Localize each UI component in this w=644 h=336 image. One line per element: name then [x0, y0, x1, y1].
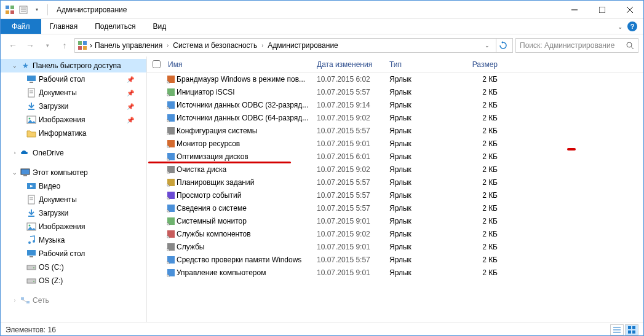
column-type[interactable]: Тип: [389, 60, 463, 69]
navigation-bar: ← → ▾ ↑ › Панель управления› Система и б…: [1, 34, 643, 57]
back-button[interactable]: ←: [6, 38, 20, 53]
file-row[interactable]: Конфигурация системы10.07.2015 5:57Ярлык…: [147, 124, 643, 137]
svg-rect-27: [23, 175, 27, 176]
tab-share[interactable]: Поделиться: [86, 19, 144, 34]
file-name: Конфигурация системы: [177, 127, 317, 135]
sidebar-item-folder[interactable]: Информатика: [1, 127, 146, 140]
file-row[interactable]: Системный монитор10.07.2015 9:01Ярлык2 К…: [147, 214, 643, 227]
column-size[interactable]: Размер: [463, 60, 504, 69]
sidebar-item-drive[interactable]: OS (C:): [1, 260, 146, 274]
file-row[interactable]: Планировщик заданий10.07.2015 5:57Ярлык2…: [147, 176, 643, 189]
file-date: 10.07.2015 9:14: [317, 101, 389, 109]
recent-dropdown-icon[interactable]: ▾: [40, 38, 55, 53]
address-dropdown-icon[interactable]: ⌄: [481, 42, 493, 49]
close-button[interactable]: [616, 1, 643, 18]
expand-icon[interactable]: ⌄: [12, 63, 18, 69]
address-bar[interactable]: › Панель управления› Система и безопасно…: [74, 38, 513, 53]
sidebar-this-pc[interactable]: ⌄ Этот компьютер: [1, 166, 146, 179]
pin-icon: 📌: [127, 117, 134, 123]
file-type: Ярлык: [389, 139, 463, 148]
maximize-button[interactable]: [588, 1, 616, 18]
music-icon: [26, 235, 36, 245]
sidebar-item-download[interactable]: Загрузки: [1, 206, 146, 220]
column-name[interactable]: Имя: [165, 60, 317, 69]
tab-view[interactable]: Вид: [144, 19, 175, 34]
file-row[interactable]: Средство проверки памяти Windows10.07.20…: [147, 253, 643, 266]
select-all-checkbox[interactable]: [147, 60, 165, 68]
quick-access-toolbar: ▾: [1, 4, 54, 15]
file-row[interactable]: Управление компьютером10.07.2015 9:01Ярл…: [147, 266, 643, 279]
file-size: 2 КБ: [463, 256, 504, 264]
shortcut-icon: [165, 255, 177, 265]
sidebar-item-pictures[interactable]: Изображения: [1, 220, 146, 233]
file-date: 10.07.2015 9:02: [317, 230, 389, 238]
file-row[interactable]: Сведения о системе10.07.2015 5:57Ярлык2 …: [147, 201, 643, 214]
file-row[interactable]: Очистка диска10.07.2015 9:02Ярлык2 КБ: [147, 163, 643, 176]
svg-rect-38: [30, 256, 33, 257]
expand-icon[interactable]: ⌄: [12, 170, 18, 176]
annotation-underline: [148, 162, 291, 163]
expand-icon[interactable]: ›: [12, 297, 18, 303]
file-name: Монитор ресурсов: [177, 139, 317, 148]
qat-dropdown-icon[interactable]: ▾: [31, 4, 42, 15]
file-size: 2 КБ: [463, 178, 504, 187]
view-icons-button[interactable]: [625, 324, 638, 335]
sidebar-network[interactable]: › Сеть: [1, 294, 146, 307]
file-row[interactable]: Оптимизация дисков10.07.2015 6:01Ярлык2 …: [147, 150, 643, 163]
crumb-control-panel[interactable]: Панель управления›: [95, 41, 170, 50]
svg-rect-65: [628, 326, 631, 329]
refresh-button[interactable]: [496, 39, 510, 52]
file-name: Просмотр событий: [177, 191, 317, 200]
file-row[interactable]: Брандмауэр Windows в режиме пов...10.07.…: [147, 72, 643, 85]
view-details-button[interactable]: [610, 324, 624, 335]
minimize-button[interactable]: [560, 1, 588, 18]
pictures-icon: [26, 222, 36, 232]
file-row[interactable]: Службы10.07.2015 9:01Ярлык2 КБ: [147, 240, 643, 253]
sidebar-item-document[interactable]: Документы: [1, 193, 146, 206]
ribbon: Файл Главная Поделиться Вид ⌄ ?: [1, 19, 643, 34]
file-row[interactable]: Источники данных ODBC (32-разряд...10.07…: [147, 98, 643, 111]
file-date: 10.07.2015 5:57: [317, 88, 389, 96]
sidebar-item-label: OneDrive: [33, 149, 64, 157]
shortcut-icon: [165, 190, 177, 200]
item-count: Элементов: 16: [6, 326, 56, 334]
forward-button[interactable]: →: [23, 38, 38, 53]
up-button[interactable]: ↑: [57, 38, 72, 53]
sidebar-item-label: Изображения: [39, 115, 85, 124]
search-input[interactable]: Поиск: Администрирование: [515, 38, 638, 53]
window-title: Администрирование: [57, 6, 127, 14]
file-size: 2 КБ: [463, 230, 504, 238]
ribbon-collapse-icon[interactable]: ⌄: [618, 23, 622, 30]
sidebar-item-document[interactable]: Документы📌: [1, 86, 146, 100]
video-icon: [26, 181, 36, 191]
file-name: Брандмауэр Windows в режиме пов...: [177, 75, 317, 84]
tab-home[interactable]: Главная: [41, 19, 87, 34]
sidebar-item-label: OS (C:): [39, 263, 64, 272]
file-row[interactable]: Службы компонентов10.07.2015 9:02Ярлык2 …: [147, 227, 643, 240]
crumb-arrow-icon[interactable]: ›: [90, 41, 92, 50]
sidebar-item-drive[interactable]: OS (Z:): [1, 274, 146, 287]
sidebar-item-desktop[interactable]: Рабочий стол📌: [1, 72, 146, 86]
shortcut-icon: [165, 242, 177, 252]
properties-icon[interactable]: [18, 4, 29, 15]
navigation-pane: ⌄ ★ Панель быстрого доступа Рабочий стол…: [1, 57, 147, 322]
shortcut-icon: [165, 268, 177, 278]
sidebar-item-desktop[interactable]: Рабочий стол: [1, 247, 146, 260]
svg-rect-26: [21, 169, 30, 174]
sidebar-item-download[interactable]: Загрузки📌: [1, 100, 146, 113]
sidebar-quick-access[interactable]: ⌄ ★ Панель быстрого доступа: [1, 59, 146, 72]
search-icon[interactable]: [626, 41, 634, 50]
sidebar-item-video[interactable]: Видео: [1, 179, 146, 193]
help-icon[interactable]: ?: [627, 21, 637, 31]
sidebar-onedrive[interactable]: › OneDrive: [1, 146, 146, 160]
file-row[interactable]: Инициатор iSCSI10.07.2015 5:57Ярлык2 КБ: [147, 85, 643, 98]
crumb-administration[interactable]: Администрирование: [268, 41, 338, 50]
crumb-system-security[interactable]: Система и безопасность›: [173, 41, 265, 50]
column-date[interactable]: Дата изменения: [317, 60, 389, 69]
file-row[interactable]: Просмотр событий10.07.2015 5:57Ярлык2 КБ: [147, 189, 643, 201]
sidebar-item-pictures[interactable]: Изображения📌: [1, 113, 146, 127]
expand-icon[interactable]: ›: [12, 150, 18, 156]
file-menu[interactable]: Файл: [1, 19, 41, 34]
file-row[interactable]: Источники данных ODBC (64-разряд...10.07…: [147, 111, 643, 124]
sidebar-item-music[interactable]: Музыка: [1, 233, 146, 247]
